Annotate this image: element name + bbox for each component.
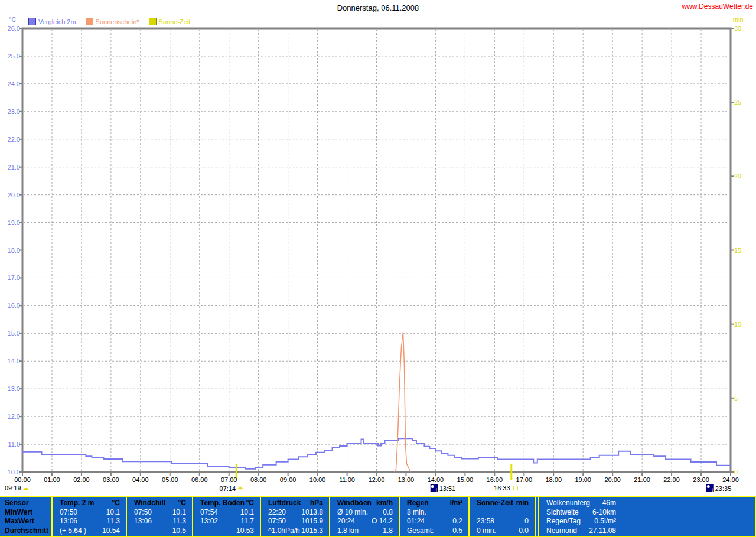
table-row: Gesamt:0.5 (400, 526, 468, 536)
table-row: Sonne-Zeitmin (470, 499, 535, 508)
x-tick-label: 10:00 (309, 476, 326, 483)
info-row: Regen/Tag0.5l/m² (546, 517, 616, 526)
x-tick-label: 09:00 (280, 476, 296, 483)
y-left-tick-label: 24.0 (8, 80, 20, 87)
table-cell: l/m² (450, 499, 462, 508)
temp-2m-series-line (22, 438, 731, 469)
y-right-tick-label: 10 (734, 321, 741, 328)
table-cell: 1015.9 (301, 517, 323, 526)
table-cell: 10.54 (102, 526, 120, 536)
table-column-luftdruck: LuftdruckhPa22:201013.807:501015.9^1.0hP… (260, 497, 329, 536)
table-cell: 20:24 (337, 517, 355, 526)
y-left-tick-label: 12.0 (8, 413, 20, 420)
sensor-summary-table: SensorMinWertMaxWertDurchschnittTemp. 2 … (0, 496, 756, 537)
x-tick-label: 03:00 (103, 476, 119, 483)
table-cell: 0.8 (383, 508, 393, 518)
table-cell: 0.5 (452, 526, 462, 536)
x-tick-label: 08:00 (250, 476, 267, 483)
table-row: 07:5010.1 (53, 508, 126, 518)
table-cell: 0.2 (452, 517, 462, 526)
x-tick-label: 21:00 (634, 476, 650, 483)
info-value: 0.5l/m² (594, 517, 616, 526)
table-row (470, 508, 535, 518)
x-tick-label: 13:00 (398, 476, 415, 483)
moonset-icon: ↓ (706, 484, 714, 492)
y-left-tick-label: 13.0 (8, 385, 20, 392)
table-row: 07:501015.9 (261, 517, 329, 526)
table-cell: 22:20 (268, 508, 286, 518)
table-cell: 0 min. (477, 526, 496, 536)
table-row: 23:580 (470, 517, 535, 526)
y-left-tick-label: 21.0 (8, 164, 20, 171)
astro-event-marker: ↑13:51 (431, 484, 456, 492)
y-left-tick-label: 17.0 (8, 274, 20, 281)
x-tick-label: 17:00 (516, 476, 533, 483)
table-column-windchill: Windchill°C07:5010.113:0611.310.5 (126, 497, 192, 536)
x-tick-label: 16:00 (487, 476, 503, 483)
weather-chart (0, 0, 756, 496)
info-label: Wolkenunterg (546, 499, 590, 508)
moon-arrow: ↓ (711, 486, 714, 493)
x-tick-label: 20:00 (604, 476, 621, 483)
table-row: Temp. Boden°C (193, 499, 260, 508)
sunrise-icon: ☀ (237, 484, 244, 492)
table-cell: 10.1 (172, 508, 186, 518)
astro-event-marker: 09:19☁ (5, 484, 30, 492)
table-cell: 13:06 (134, 517, 152, 526)
y-left-tick-label: 11.0 (8, 441, 20, 448)
x-tick-label: 18:00 (545, 476, 562, 483)
info-label: Regen/Tag (546, 517, 581, 526)
table-row: 1.8 km1.8 (330, 526, 399, 536)
table-cell: 01:24 (407, 517, 425, 526)
table-cell: Ø 10 min. (337, 508, 368, 518)
table-row-label: MaxWert (0, 517, 51, 526)
y-left-tick-label: 25.0 (8, 53, 20, 60)
table-row: 10.5 (127, 526, 192, 536)
table-cell: 23:58 (477, 517, 494, 526)
table-cell: Windchill (134, 499, 165, 508)
table-cell: (+ 5.64 ) (60, 526, 86, 536)
table-cell: 07:50 (268, 517, 286, 526)
info-row: Wolkenunterg46m (546, 499, 616, 508)
info-label: Sichtweite (546, 508, 579, 518)
x-tick-label: 00:00 (14, 476, 31, 483)
table-cell: 11.3 (107, 517, 120, 526)
table-row: 01:240.2 (400, 517, 468, 526)
x-tick-label: 11:00 (339, 476, 355, 483)
table-row: ^1.0hPa/h1015.3 (261, 526, 329, 536)
table-cell: km/h (376, 499, 393, 508)
table-cell: O 14.2 (372, 517, 393, 526)
table-row: 0 min.0.0 (470, 526, 535, 536)
x-tick-label: 24:00 (722, 476, 739, 483)
sunset-square-icon (513, 486, 518, 490)
table-cell: °C (246, 499, 254, 508)
table-info-column: Wolkenunterg46mSichtweite6-10kmRegen/Tag… (535, 497, 755, 536)
astro-event-marker: 16:33 (494, 484, 518, 492)
y-right-tick-label: 5 (734, 395, 738, 402)
table-cell: min (516, 499, 529, 508)
y-left-tick-label: 19.0 (8, 219, 20, 226)
sunshine-series-line (394, 332, 410, 472)
x-tick-label: 05:00 (162, 476, 178, 483)
event-time-label: 09:19 (5, 484, 21, 492)
event-time-label: 07:14 (220, 485, 236, 492)
table-row: 07:5010.1 (127, 508, 192, 518)
table-cell: Windböen (337, 499, 372, 508)
x-tick-label: 15:00 (457, 476, 474, 483)
y-left-tick-label: 14.0 (8, 357, 20, 364)
table-row: 13:0211.7 (193, 517, 260, 526)
y-left-tick-label: 16.0 (8, 302, 20, 309)
table-column-windb-en: Windböenkm/hØ 10 min.0.820:24O 14.21.8 k… (329, 497, 399, 536)
table-column-sonne-zeit: Sonne-Zeitmin23:5800 min.0.0 (468, 497, 535, 536)
x-tick-label: 22:00 (663, 476, 680, 483)
table-cell: 1013.8 (301, 508, 323, 518)
table-cell: ^1.0hPa/h (268, 526, 300, 536)
table-cell: 07:50 (134, 508, 152, 518)
table-cell: 13:06 (60, 517, 77, 526)
table-cell: hPa (310, 499, 323, 508)
table-cell: Temp. Boden (200, 499, 245, 508)
table-cell: 8 min. (407, 508, 426, 518)
y-left-tick-label: 10.0 (8, 468, 20, 476)
table-cell: °C (112, 499, 120, 508)
table-column-temp-2-m: Temp. 2 m°C07:5010.113:0611.3(+ 5.64 )10… (51, 497, 126, 536)
